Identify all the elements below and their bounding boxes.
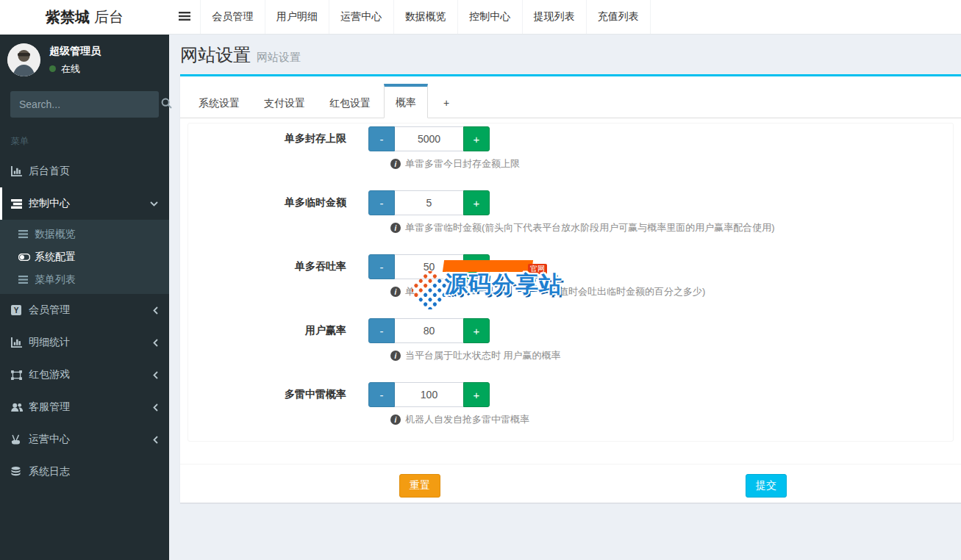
topnav-item-member[interactable]: 会员管理 [200,0,265,34]
bar-chart-icon [11,337,29,348]
field-label: 用户赢率 [188,318,368,343]
list-icon [18,276,35,284]
field-label: 单多临时金额 [188,190,368,215]
probability-tab-pane: 单多封存上限 - + i 单雷多雷今日封存金额上限 单多临时金额 - + [187,123,954,442]
throughput-input[interactable] [395,254,463,279]
plus-button[interactable]: + [463,254,490,279]
field-label: 单多封存上限 [188,126,368,151]
topnav-item-controlcenter[interactable]: 控制中心 [457,0,522,34]
search-icon [161,98,172,111]
sidebar-item-label: 菜单列表 [35,273,76,287]
chevron-left-icon [153,306,158,315]
user-panel: 超级管理员 在线 [0,35,169,85]
search-input[interactable] [10,98,161,110]
plus-button[interactable]: + [463,190,490,215]
tab-probability[interactable]: 概率 [384,84,428,118]
info-icon: i [390,351,401,361]
submit-button[interactable]: 提交 [746,474,787,498]
field-help: i 单 值时会吐出临时金额的百分之多少) [390,285,953,298]
tab-add-button[interactable]: + [430,88,462,118]
chevron-left-icon [153,436,158,444]
topnav-item-withdrawlist[interactable]: 提现列表 [522,0,587,34]
tab-payment-settings[interactable]: 支付设置 [253,88,316,118]
sidebar-item-system-config[interactable]: 系统配置 [0,245,169,268]
settings-card: 系统设置 支付设置 红包设置 概率 + 单多封存上限 - + i 单雷多雷今日封… [180,74,961,503]
seal-limit-input[interactable] [395,126,463,151]
page-subtitle: 网站设置 [257,51,301,63]
info-icon: i [390,414,401,425]
multi-mine-rate-input[interactable] [395,382,463,407]
tasks-icon [11,199,29,209]
sidebar-item-label: 系统配置 [35,251,76,264]
temp-amount-input[interactable] [395,190,463,215]
sidebar-item-label: 后台首页 [29,165,70,178]
plus-button[interactable]: + [463,382,490,407]
sidebar-item-operation-center[interactable]: 运营中心 [0,423,169,456]
chevron-left-icon [153,339,158,347]
minus-button[interactable]: - [368,318,395,343]
user-winrate-stepper: - + [368,318,490,343]
form-row-throughput: 单多吞吐率 - + i 单 值时会吐出临时金额的百分之多少) [188,254,953,298]
sidebar-item-member-mgmt[interactable]: Y 会员管理 [0,294,169,326]
topnav-item-dataoverview[interactable]: 数据概览 [393,0,458,34]
chevron-left-icon [153,371,158,379]
form-row-seal-limit: 单多封存上限 - + i 单雷多雷今日封存金额上限 [188,126,953,170]
form-row-temp-amount: 单多临时金额 - + i 单雷多雷临时金额(箭头向下代表平台放水阶段用户可赢与概… [188,190,953,234]
sidebar-item-data-overview[interactable]: 数据概览 [0,223,169,245]
reset-button[interactable]: 重置 [399,474,440,498]
sidebar: 超级管理员 在线 菜单 后台首页 控制中心 [0,35,169,560]
minus-button[interactable]: - [368,190,395,215]
plus-button[interactable]: + [463,318,490,343]
help-text: 单雷多雷临时金额(箭头向下代表平台放水阶段用户可赢与概率里面的用户赢率配合使用) [405,221,775,234]
help-text: 单雷多雷今日封存金额上限 [405,157,520,170]
sidebar-search [10,91,159,118]
seal-limit-stepper: - + [368,126,490,151]
topnav-item-userdetail[interactable]: 用户明细 [265,0,329,34]
sidebar-item-label: 系统日志 [29,465,70,478]
avatar[interactable] [7,43,40,76]
multi-mine-rate-stepper: - + [368,382,490,407]
search-button[interactable] [161,98,172,111]
topnav-item-operation[interactable]: 运营中心 [329,0,393,34]
brand-logo[interactable]: 紫禁城 后台 [0,0,169,35]
info-icon: i [390,287,401,297]
minus-button[interactable]: - [368,382,395,407]
sidebar-item-redpacket-game[interactable]: 红包游戏 [0,359,169,391]
menu-header: 菜单 [0,126,169,155]
plus-button[interactable]: + [463,126,490,151]
sidebar-toggle-button[interactable] [169,0,200,34]
sidebar-item-menu-list[interactable]: 菜单列表 [0,268,169,291]
bar-chart-icon [11,166,29,176]
help-text: 值时会吐出临时金额的百分之多少) [559,285,705,298]
tab-system-settings[interactable]: 系统设置 [187,88,251,118]
info-icon: i [390,223,401,233]
list-icon [18,230,35,238]
hamburger-icon [179,11,190,24]
help-text: 当平台属于吐水状态时 用户赢的概率 [405,349,561,362]
sidebar-item-label: 会员管理 [29,304,70,317]
field-label: 单多吞吐率 [188,254,368,279]
sidebar-item-system-log[interactable]: 系统日志 [0,456,169,488]
form-footer: 重置 提交 [180,464,961,505]
sidebar-item-customer-service[interactable]: 客服管理 [0,391,169,423]
field-help: i 机器人自发自抢多雷中雷概率 [390,413,953,426]
user-status[interactable]: 在线 [49,62,101,76]
svg-text:Y: Y [14,306,19,315]
minus-button[interactable]: - [368,126,395,151]
field-help: i 单雷多雷临时金额(箭头向下代表平台放水阶段用户可赢与概率里面的用户赢率配合使… [390,221,953,234]
page-title: 网站设置 [180,45,251,65]
sidebar-item-label: 数据概览 [35,228,76,241]
sidebar-item-label: 红包游戏 [29,368,70,381]
brand-light: 后台 [94,7,124,27]
database-icon [11,467,29,477]
minus-button[interactable]: - [368,254,395,279]
topnav-item-rechargelist[interactable]: 充值列表 [586,0,651,34]
throughput-stepper: - + [368,254,490,279]
user-winrate-input[interactable] [395,318,463,343]
sidebar-item-detail-stats[interactable]: 明细统计 [0,326,169,359]
tab-redpacket-settings[interactable]: 红包设置 [318,88,382,118]
sidebar-item-control-center[interactable]: 控制中心 [0,187,169,220]
sidebar-item-dashboard[interactable]: 后台首页 [0,155,169,187]
info-icon: i [390,159,401,169]
top-navbar: 会员管理 用户明细 运营中心 数据概览 控制中心 提现列表 充值列表 [169,0,961,35]
